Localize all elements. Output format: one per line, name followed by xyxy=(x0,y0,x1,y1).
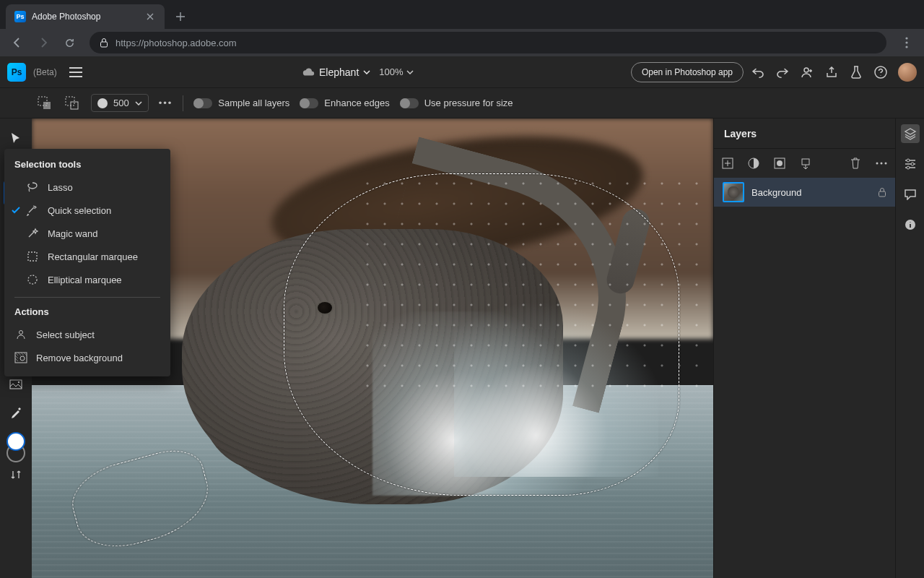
svg-point-16 xyxy=(35,207,37,208)
layer-row-background[interactable]: Background xyxy=(714,178,895,207)
svg-point-4 xyxy=(804,68,808,72)
browser-toolbar: https://photoshop.adobe.com xyxy=(0,29,924,56)
share-icon[interactable] xyxy=(824,65,839,79)
layers-tab-icon[interactable] xyxy=(901,124,920,143)
chevron-down-icon xyxy=(406,70,414,74)
right-rail xyxy=(895,118,924,578)
beaker-icon[interactable] xyxy=(849,65,863,79)
svg-point-29 xyxy=(885,163,887,165)
svg-rect-26 xyxy=(802,159,809,165)
svg-point-18 xyxy=(28,275,37,284)
user-avatar[interactable] xyxy=(898,63,917,82)
redo-button[interactable] xyxy=(775,65,790,79)
subtract-selection-icon[interactable] xyxy=(64,95,81,112)
quick-selection-icon xyxy=(26,204,39,217)
document-name-dropdown[interactable]: Elephant xyxy=(302,66,370,78)
layers-panel-title: Layers xyxy=(714,118,895,149)
comments-tab-icon[interactable] xyxy=(901,185,920,204)
flyout-item-magic-wand[interactable]: Magic wand xyxy=(4,222,170,245)
flyout-action-select-subject[interactable]: Select subject xyxy=(4,323,170,346)
svg-point-19 xyxy=(19,331,23,335)
tab-title: Adobe Photoshop xyxy=(32,12,139,22)
options-bar: 500 ••• Sample all layers Enhance edges … xyxy=(0,88,924,118)
add-selection-icon[interactable] xyxy=(36,95,53,112)
enhance-edges-toggle[interactable]: Enhance edges xyxy=(300,98,389,108)
svg-point-3 xyxy=(905,46,907,48)
select-subject-icon xyxy=(14,328,27,341)
flyout-action-remove-bg[interactable]: Remove background xyxy=(4,346,170,369)
properties-tab-icon[interactable] xyxy=(901,155,920,173)
menu-button[interactable] xyxy=(67,64,84,81)
browser-tab-active[interactable]: Ps Adobe Photoshop xyxy=(6,4,165,29)
move-tool[interactable] xyxy=(4,126,28,150)
photoshop-logo-icon[interactable]: Ps xyxy=(7,63,26,82)
zoom-dropdown[interactable]: 100% xyxy=(379,66,413,77)
rectangle-marquee-icon xyxy=(26,250,39,263)
chevron-down-icon xyxy=(135,101,142,105)
layers-panel: Layers Background xyxy=(713,118,895,578)
flyout-section-header: Selection tools xyxy=(4,156,170,176)
foreground-color-swatch[interactable] xyxy=(6,432,25,451)
layers-more-button[interactable] xyxy=(875,157,888,170)
layer-name: Background xyxy=(751,187,871,198)
flyout-item-label: Elliptical marquee xyxy=(48,275,122,285)
svg-point-1 xyxy=(905,37,907,39)
reload-button[interactable] xyxy=(58,31,81,54)
svg-point-25 xyxy=(777,160,783,166)
more-options-button[interactable]: ••• xyxy=(159,98,173,108)
address-bar[interactable]: https://photoshop.adobe.com xyxy=(90,32,886,53)
flyout-item-label: Magic wand xyxy=(48,228,97,239)
clip-layer-button[interactable] xyxy=(799,157,812,170)
pressure-size-toggle[interactable]: Use pressure for size xyxy=(400,98,513,108)
sample-all-layers-toggle[interactable]: Sample all layers xyxy=(193,98,289,108)
cloud-icon xyxy=(302,67,315,77)
flyout-item-label: Rectangular marquee xyxy=(48,251,138,262)
remove-background-icon xyxy=(14,351,27,364)
chevron-down-icon xyxy=(363,70,370,74)
flyout-item-label: Quick selection xyxy=(48,205,111,216)
eyedropper-tool[interactable] xyxy=(4,400,28,425)
help-icon[interactable] xyxy=(873,65,888,79)
adjustment-layer-button[interactable] xyxy=(747,157,760,170)
tab-favicon-ps-icon: Ps xyxy=(14,11,26,22)
flyout-action-label: Select subject xyxy=(36,329,95,340)
app-header: Ps (Beta) Elephant 100% Open in Photosho… xyxy=(0,56,924,88)
browser-menu-button[interactable] xyxy=(895,31,918,54)
delete-layer-button[interactable] xyxy=(849,157,862,170)
flyout-item-rect-marquee[interactable]: Rectangular marquee xyxy=(4,245,170,268)
svg-rect-0 xyxy=(101,42,108,47)
beta-label: (Beta) xyxy=(33,67,57,77)
selection-marquee xyxy=(284,173,679,495)
undo-button[interactable] xyxy=(751,65,765,79)
open-in-app-button[interactable]: Open in Photoshop app xyxy=(631,62,744,82)
lock-icon xyxy=(100,38,108,48)
back-button[interactable] xyxy=(6,31,29,54)
browser-tab-strip: Ps Adobe Photoshop xyxy=(0,0,924,29)
swap-colors-button[interactable] xyxy=(11,470,21,480)
svg-point-21 xyxy=(20,356,25,361)
svg-rect-30 xyxy=(879,191,886,197)
svg-point-31 xyxy=(907,159,910,162)
new-tab-button[interactable] xyxy=(170,7,191,27)
svg-rect-17 xyxy=(28,252,37,261)
mask-button[interactable] xyxy=(773,157,786,170)
invite-icon[interactable] xyxy=(800,65,814,79)
place-image-tool[interactable] xyxy=(4,373,28,397)
info-tab-icon[interactable] xyxy=(901,215,920,234)
lock-icon[interactable] xyxy=(878,187,886,197)
svg-point-28 xyxy=(881,163,883,165)
flyout-item-quick-selection[interactable]: Quick selection xyxy=(4,199,170,222)
svg-rect-8 xyxy=(66,97,74,105)
lasso-icon xyxy=(26,181,39,194)
flyout-item-ellipse-marquee[interactable]: Elliptical marquee xyxy=(4,268,170,291)
flyout-section-header: Actions xyxy=(4,303,170,323)
flyout-item-lasso[interactable]: Lasso xyxy=(4,176,170,199)
svg-rect-7 xyxy=(43,102,51,109)
add-layer-button[interactable] xyxy=(721,157,734,170)
zoom-level-text: 100% xyxy=(379,66,403,77)
close-tab-icon[interactable] xyxy=(144,11,156,22)
check-icon xyxy=(12,207,20,214)
forward-button[interactable] xyxy=(32,31,55,54)
svg-point-33 xyxy=(907,166,910,169)
brush-size-dropdown[interactable]: 500 xyxy=(91,94,149,112)
